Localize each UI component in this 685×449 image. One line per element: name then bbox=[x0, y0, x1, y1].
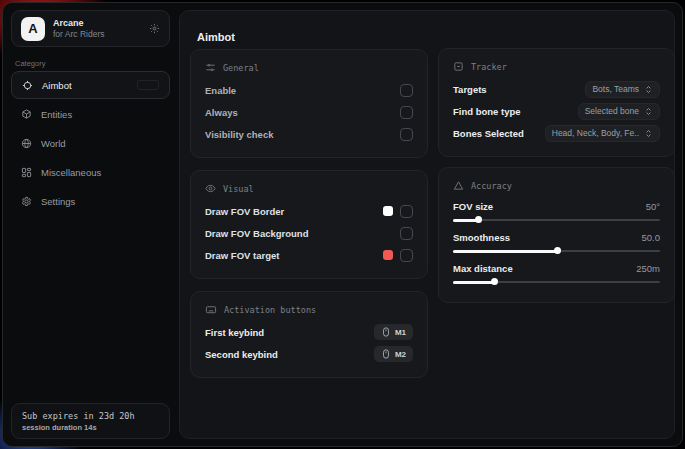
smoothness-slider[interactable] bbox=[453, 246, 660, 256]
targets-dropdown[interactable]: Bots, Teams bbox=[585, 81, 660, 98]
left-column: General Enable Always Visibility check bbox=[190, 49, 428, 378]
keybind-value: M2 bbox=[395, 350, 406, 359]
sliders-icon bbox=[205, 62, 216, 73]
globe-icon bbox=[21, 138, 32, 149]
category-label: Category bbox=[15, 59, 45, 68]
color-swatch-red[interactable] bbox=[383, 250, 393, 260]
fov-background-checkbox[interactable] bbox=[400, 227, 413, 240]
session-duration-text: session duration 14s bbox=[22, 423, 159, 432]
fov-size-slider[interactable] bbox=[453, 215, 660, 225]
setting-row-fov-target: Draw FOV target bbox=[205, 244, 413, 266]
setting-label: Draw FOV Border bbox=[205, 206, 284, 217]
find-bone-type-dropdown[interactable]: Selected bone bbox=[578, 103, 660, 120]
setting-row-first-keybind: First keybind M1 bbox=[205, 321, 413, 343]
setting-row-second-keybind: Second keybind M2 bbox=[205, 343, 413, 365]
always-checkbox[interactable] bbox=[400, 106, 413, 119]
keyboard-icon bbox=[205, 304, 217, 315]
sidebar-item-entities[interactable]: Entities bbox=[11, 100, 170, 128]
sidebar: A Arcane for Arc Riders Category Aimbot bbox=[3, 3, 178, 446]
setting-label: Smoothness bbox=[453, 232, 510, 243]
setting-label: Second keybind bbox=[205, 349, 278, 360]
setting-label: First keybind bbox=[205, 327, 264, 338]
crosshair-icon bbox=[22, 80, 33, 91]
setting-label: Bones Selected bbox=[453, 128, 524, 139]
main-panel: Aimbot General Enable Always bbox=[179, 10, 675, 439]
setting-label: Draw FOV target bbox=[205, 250, 279, 261]
section-title: Tracker bbox=[471, 62, 507, 72]
fov-border-checkbox[interactable] bbox=[400, 205, 413, 218]
scan-icon bbox=[453, 61, 464, 72]
chevrons-up-down-icon bbox=[644, 85, 653, 94]
color-swatch-white[interactable] bbox=[383, 206, 393, 216]
bones-selected-dropdown[interactable]: Head, Neck, Body, Fe.. bbox=[545, 125, 660, 142]
chevrons-up-down-icon bbox=[644, 107, 653, 116]
slider-thumb[interactable] bbox=[475, 216, 482, 223]
app-logo: A bbox=[21, 17, 45, 41]
slider-value: 50.0 bbox=[642, 232, 661, 243]
setting-row-smoothness: Smoothness 50.0 bbox=[453, 228, 660, 256]
slider-value: 250m bbox=[636, 263, 660, 274]
gear-icon[interactable] bbox=[149, 23, 160, 34]
setting-row-visibility-check: Visibility check bbox=[205, 123, 413, 145]
sidebar-item-settings[interactable]: Settings bbox=[11, 187, 170, 215]
setting-label: Find bone type bbox=[453, 106, 521, 117]
section-title: Visual bbox=[223, 184, 254, 194]
triangle-icon bbox=[453, 180, 464, 191]
tracker-card: Tracker Targets Bots, Teams Find bone ty… bbox=[438, 48, 675, 157]
setting-row-targets: Targets Bots, Teams bbox=[453, 78, 660, 100]
sidebar-item-label: Aimbot bbox=[42, 80, 72, 91]
general-card: General Enable Always Visibility check bbox=[190, 49, 428, 158]
slider-thumb[interactable] bbox=[491, 278, 498, 285]
sidebar-item-miscellaneous[interactable]: Miscellaneous bbox=[11, 158, 170, 186]
setting-row-fov-size: FOV size 50° bbox=[453, 197, 660, 225]
slider-value: 50° bbox=[646, 201, 660, 212]
setting-label: Max distance bbox=[453, 263, 513, 274]
sub-expiry-text: Sub expires in 23d 20h bbox=[22, 411, 159, 421]
logo-card: A Arcane for Arc Riders bbox=[11, 10, 170, 47]
setting-label: FOV size bbox=[453, 201, 493, 212]
sidebar-item-label: World bbox=[41, 138, 66, 149]
setting-row-enable: Enable bbox=[205, 79, 413, 101]
setting-row-fov-background: Draw FOV Background bbox=[205, 222, 413, 244]
activation-buttons-card: Activation buttons First keybind M1 Seco… bbox=[190, 291, 428, 378]
sidebar-item-aimbot[interactable]: Aimbot bbox=[11, 71, 170, 99]
sidebar-item-label: Entities bbox=[41, 109, 72, 120]
setting-label: Targets bbox=[453, 84, 487, 95]
sidebar-nav: Aimbot Entities World Miscellaneous bbox=[11, 71, 170, 215]
gear-icon bbox=[21, 196, 32, 207]
setting-row-max-distance: Max distance 250m bbox=[453, 259, 660, 287]
setting-row-find-bone-type: Find bone type Selected bone bbox=[453, 100, 660, 122]
page-title: Aimbot bbox=[197, 31, 235, 43]
accuracy-card: Accuracy FOV size 50° Smoothness bbox=[438, 167, 675, 303]
dropdown-value: Bots, Teams bbox=[592, 84, 639, 94]
section-title: Activation buttons bbox=[224, 305, 316, 315]
visibility-check-checkbox[interactable] bbox=[400, 128, 413, 141]
setting-label: Enable bbox=[205, 85, 236, 96]
dropdown-value: Head, Neck, Body, Fe.. bbox=[552, 128, 639, 138]
entities-icon bbox=[21, 109, 32, 120]
app-subtitle: for Arc Riders bbox=[53, 29, 141, 40]
right-column: Tracker Targets Bots, Teams Find bone ty… bbox=[438, 48, 675, 303]
sidebar-item-world[interactable]: World bbox=[11, 129, 170, 157]
slider-thumb[interactable] bbox=[554, 247, 561, 254]
dropdown-value: Selected bone bbox=[585, 106, 639, 116]
setting-label: Visibility check bbox=[205, 129, 273, 140]
app-window: A Arcane for Arc Riders Category Aimbot bbox=[2, 2, 683, 447]
subscription-card: Sub expires in 23d 20h session duration … bbox=[11, 403, 170, 439]
section-title: General bbox=[223, 63, 259, 73]
eye-icon bbox=[205, 183, 216, 194]
fov-target-checkbox[interactable] bbox=[400, 249, 413, 262]
setting-row-always: Always bbox=[205, 101, 413, 123]
grid-icon bbox=[21, 167, 32, 178]
mouse-icon bbox=[381, 349, 391, 359]
first-keybind-button[interactable]: M1 bbox=[374, 324, 413, 340]
setting-row-fov-border: Draw FOV Border bbox=[205, 200, 413, 222]
enable-checkbox[interactable] bbox=[400, 84, 413, 97]
max-distance-slider[interactable] bbox=[453, 277, 660, 287]
chevrons-up-down-icon bbox=[644, 129, 653, 138]
app-title: Arcane bbox=[53, 18, 141, 29]
sidebar-item-label: Miscellaneous bbox=[41, 167, 101, 178]
second-keybind-button[interactable]: M2 bbox=[374, 346, 413, 362]
setting-row-bones-selected: Bones Selected Head, Neck, Body, Fe.. bbox=[453, 122, 660, 144]
setting-label: Always bbox=[205, 107, 238, 118]
